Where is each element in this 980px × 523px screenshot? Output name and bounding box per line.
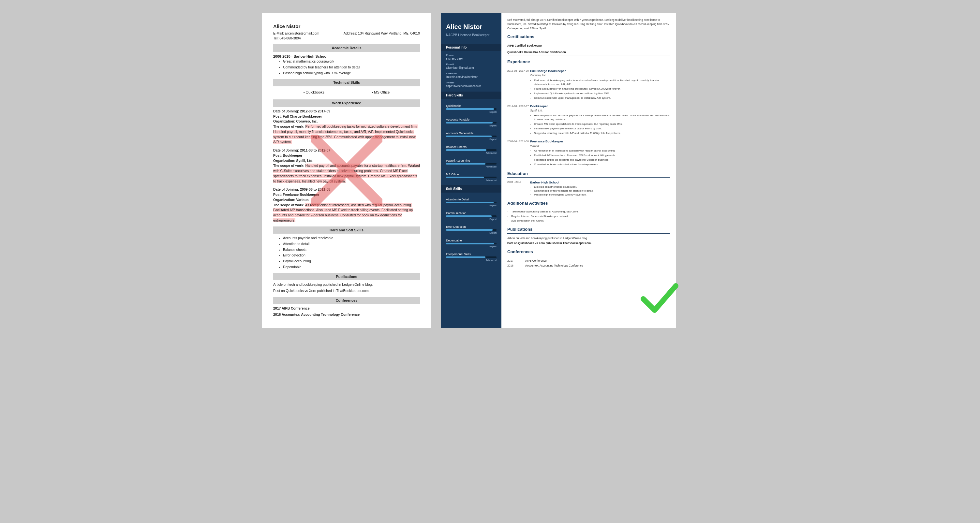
bad-email: E-Mail: alicenistor@gmail.com [273, 31, 319, 36]
soft-skill-level-2: Expert [441, 231, 501, 236]
good-twitter-label: Twitter [441, 81, 501, 84]
bad-pub-1: Post on Quickbooks vs Xero published in … [273, 288, 420, 294]
bad-contact: E-Mail: alicenistor@gmail.com Tel: 843-8… [273, 31, 420, 41]
bad-work-1-scope: The scope of work: Handled payroll and a… [273, 163, 420, 184]
good-phone-label: Phone [441, 54, 501, 57]
list-item: Passed high school typing with 99% avera… [283, 71, 420, 76]
bad-work-header: Work Experience [273, 99, 420, 107]
good-exp-title: Experience [507, 59, 670, 66]
list-item: As receptionist at Interescent, assisted… [534, 149, 670, 153]
good-email-value: alicenistor@gmail.com [441, 66, 501, 72]
good-exp-2-bullets: As receptionist at Interescent, assisted… [530, 149, 670, 167]
soft-skill-name-0: Attention to Detail [441, 195, 501, 202]
bad-contact-left: E-Mail: alicenistor@gmail.com Tel: 843-8… [273, 31, 319, 41]
good-conf-1-year: 2016 [507, 264, 525, 268]
soft-skill-level-0: Expert [441, 203, 501, 209]
bad-work-2-scope: The scope of work: As receptionist at In… [273, 203, 420, 223]
bad-work-2-org: Organization: Various [273, 197, 420, 203]
list-item: Excelled at mathematics coursework. [534, 185, 670, 189]
good-twitter-value: https://twitter.com/alicenistor [441, 84, 501, 90]
bad-work-0-post: Post: Full Charge Bookkeeper [273, 114, 420, 119]
skill-name-2: Accounts Receivable [441, 129, 501, 135]
bad-work-0-joining: Date of Joining: 2012-08 to 2017-09 [273, 109, 420, 114]
list-item: Commended by four teachers for attention… [534, 189, 670, 193]
soft-skill-name-1: Communication [441, 209, 501, 215]
good-exp-1-date: 2011-08 - 2012-07 [507, 104, 530, 136]
good-edu-0-details: Barlow High School Excelled at mathemati… [530, 180, 670, 197]
good-exp-1-company: Sysill, Ltd. [530, 108, 670, 113]
good-resume: Alice Nistor NACPB Licensed Bookkeeper P… [441, 13, 676, 328]
bad-work-1-org: Organization: Sysill, Ltd. [273, 158, 420, 164]
bad-work-2-post: Post: Freelance Bookkeeper [273, 192, 420, 197]
good-linkedin-label: LinkedIn [441, 72, 501, 75]
bad-school: 2006-2010 - Barlow High School Great at … [273, 54, 420, 76]
soft-skill-level-1: Expert [441, 217, 501, 223]
good-edu-title: Education [507, 170, 670, 178]
good-summary: Self-motivated, full-charge AIPB Certifi… [507, 18, 670, 30]
bad-academic-list: Great at mathematics coursework Commende… [273, 59, 420, 76]
good-exp-2: 2009-06 - 2011-08 Freelance Bookkeeper V… [507, 139, 670, 167]
list-item: Payroll accounting [283, 259, 420, 264]
skill-name-5: MS Office [441, 170, 501, 176]
skill-level-1: Expert [441, 124, 501, 129]
list-item: Facilitated setting up accounts and payr… [534, 158, 670, 162]
skill-level-2: Expert [441, 138, 501, 143]
list-item: Take regular accounting classes at Accou… [511, 210, 670, 214]
good-name: Alice Nistor [441, 19, 501, 32]
list-item: Facilitated A/P transactions. Also used … [534, 154, 670, 157]
bad-conf-1: 2016 Accountex: Accounting Technology Co… [273, 312, 420, 317]
soft-skill-level-4: Advanced [441, 258, 501, 264]
list-item: Passed high school typing with 99% avera… [534, 193, 670, 197]
good-soft-skills-title: Soft Skills [441, 185, 501, 192]
good-exp-0-title: Full Charge Bookkeeper [530, 69, 670, 73]
skill-name-1: Accounts Payable [441, 115, 501, 122]
soft-skill-level-3: Expert [441, 245, 501, 250]
good-sidebar: Alice Nistor NACPB Licensed Bookkeeper P… [441, 13, 501, 328]
good-main: Self-motivated, full-charge AIPB Certifi… [501, 13, 676, 328]
good-personal-info-title: Personal Info [441, 44, 501, 51]
good-exp-2-company: Various [530, 144, 670, 148]
skill-level-4: Advanced [441, 165, 501, 170]
good-exp-0-company: Coraveo, Inc. [530, 73, 670, 78]
list-item: Avid competition trail runner. [511, 219, 670, 223]
good-exp-0-date: 2012-08 - 2017-09 [507, 69, 530, 101]
bad-work-0: Date of Joining: 2012-08 to 2017-09 Post… [273, 109, 420, 145]
bad-skill-1: • MS Office [372, 90, 390, 95]
good-pub-1: Post on Quickbooks vs Xero published in … [507, 241, 670, 245]
good-exp-1-bullets: Handled payroll and accounts payable for… [530, 114, 670, 135]
bad-skill-0: • Quickbooks [304, 90, 325, 95]
good-cert-0: AIPB Certified Bookkeeper [507, 44, 670, 49]
good-conf-0-name: AIPB Conference [525, 259, 547, 263]
good-title: NACPB Licensed Bookkeeper [441, 32, 501, 42]
list-item: Found a recurring error in tax filing pr… [534, 87, 670, 91]
bad-pub-header: Publications [273, 273, 420, 281]
list-item: Dependable [283, 265, 420, 270]
good-conf-0-year: 2017 [507, 259, 525, 263]
bad-work-2: Date of Joining: 2009-06 to 2011-08 Post… [273, 187, 420, 223]
skill-name-0: Quickbooks [441, 102, 501, 108]
good-exp-2-date: 2009-06 - 2011-08 [507, 139, 530, 167]
good-exp-0-details: Full Charge Bookkeeper Coraveo, Inc. Per… [530, 69, 670, 101]
soft-skill-name-3: Dependable [441, 236, 501, 243]
good-linkedin-value: linkedin.com/in/alicenistor [441, 75, 501, 81]
good-conf-1-name: Accountex: Accounting Technology Confere… [525, 264, 583, 268]
bad-tech-header: Technical Skills [273, 79, 420, 86]
good-activities-title: Additional Activities [507, 200, 670, 208]
skill-level-0: Expert [441, 110, 501, 115]
good-edu-0-date: 2006 - 2010 [507, 180, 530, 197]
list-item: Implemented Quickbooks system to cut rec… [534, 92, 670, 95]
list-item: Created MS Excel spreadsheets to track e… [534, 122, 670, 126]
good-exp-2-details: Freelance Bookkeeper Various As receptio… [530, 139, 670, 167]
good-phone-value: 843-860-3894 [441, 57, 501, 63]
good-exp-0-bullets: Performed all bookkeeping tasks for mid-… [530, 78, 670, 100]
bad-work-1-post: Post: Bookkeeper [273, 153, 420, 158]
bad-conf-0: 2017 AIPB Conference [273, 306, 420, 311]
good-pub-title: Publications [507, 226, 670, 234]
list-item: Communicated with upper management to in… [534, 96, 670, 100]
list-item: Performed all bookkeeping tasks for mid-… [534, 78, 670, 86]
bad-skills-list: Accounts payable and receivable Attentio… [273, 235, 420, 270]
good-cert-title: Certifications [507, 33, 670, 41]
bad-skills-header: Hard and Soft Skills [273, 226, 420, 234]
list-item: Attention to detail [283, 242, 420, 247]
good-exp-1: 2011-08 - 2012-07 Bookkeeper Sysill, Ltd… [507, 104, 670, 136]
